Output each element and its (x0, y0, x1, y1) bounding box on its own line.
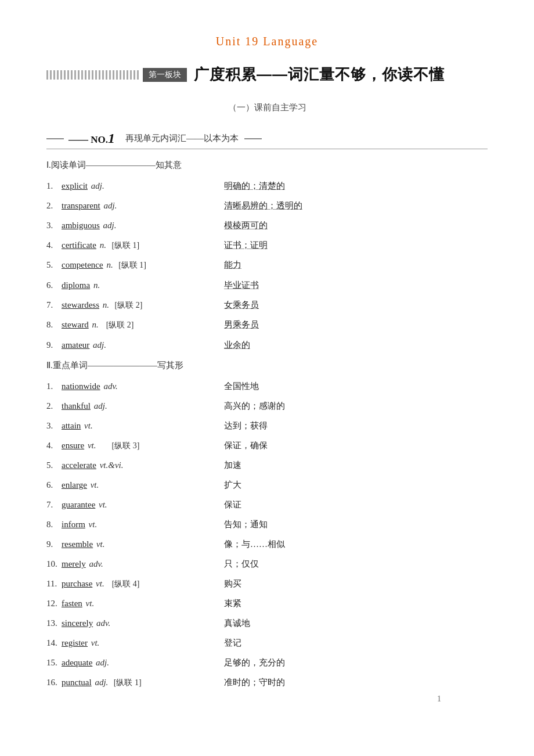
list-item: 7. guarantee vt. 保证 (46, 498, 488, 512)
subtitle: （一）课前自主学习 (46, 102, 488, 113)
list-item: 2. transparent adj. 清晰易辨的；透明的 (46, 199, 488, 213)
list-item: 8. inform vt. 告知；通知 (46, 517, 488, 531)
no-prefix: —— (68, 134, 88, 145)
list-item: 1. nationwide adv. 全国性地 (46, 379, 488, 393)
section-banner: 第一板块 广度积累——词汇量不够，你读不懂 (46, 64, 488, 85)
list-item: 4. ensure vt. [纵联 3] 保证，确保 (46, 438, 488, 452)
page-title: Unit 19 Language (46, 35, 488, 48)
section-i-list: 1. explicit adj. 明确的；清楚的 2. transparent … (46, 179, 488, 352)
list-item: 5. accelerate vt.&vi. 加速 (46, 458, 488, 472)
list-item: 2. thankful adj. 高兴的；感谢的 (46, 399, 488, 413)
list-item: 4. certificate n. [纵联 1] 证书；证明 (46, 238, 488, 252)
list-item: 5. competence n. [纵联 1] 能力 (46, 258, 488, 272)
list-item: 3. attain vt. 达到；获得 (46, 419, 488, 433)
list-item: 11. purchase vt. [纵联 4] 购买 (46, 577, 488, 591)
list-item: 13. sincerely adv. 真诚地 (46, 616, 488, 630)
no-line-left (46, 138, 64, 139)
list-item: 7. stewardess n. [纵联 2] 女乘务员 (46, 298, 488, 312)
banner-dots (46, 70, 139, 80)
banner-tag: 第一板块 (143, 68, 187, 82)
section-ii-list: 1. nationwide adv. 全国性地 2. thankful adj.… (46, 379, 488, 690)
banner-title: 广度积累——词汇量不够，你读不懂 (194, 64, 445, 85)
page-number: 1 (437, 694, 441, 704)
section-ii-title: Ⅱ.重点单词————————写其形 (46, 360, 488, 371)
list-item: 8. steward n. [纵联 2] 男乘务员 (46, 318, 488, 332)
list-item: 9. amateur adj. 业余的 (46, 338, 488, 352)
list-item: 16. punctual adj. [纵联 1] 准时的；守时的 (46, 675, 488, 689)
no-text: NO.1 (91, 134, 115, 145)
no-line-right (244, 138, 262, 139)
list-item: 6. enlarge vt. 扩大 (46, 478, 488, 492)
list-item: 14. register vt. 登记 (46, 636, 488, 650)
list-item: 3. ambiguous adj. 模棱两可的 (46, 218, 488, 232)
list-item: 10. merely adv. 只；仅仅 (46, 557, 488, 571)
section-i-title: Ⅰ.阅读单词————————知其意 (46, 160, 488, 171)
list-item: 12. fasten vt. 束紧 (46, 596, 488, 610)
no-desc: 再现单元内词汇——以本为本 (120, 133, 244, 144)
list-item: 9. resemble vt. 像；与……相似 (46, 537, 488, 551)
no-label: —— NO.1 (64, 131, 120, 146)
list-item: 6. diploma n. 毕业证书 (46, 278, 488, 292)
list-item: 1. explicit adj. 明确的；清楚的 (46, 179, 488, 193)
no-section-header: —— NO.1 再现单元内词汇——以本为本 (46, 131, 488, 149)
list-item: 15. adequate adj. 足够的，充分的 (46, 656, 488, 669)
